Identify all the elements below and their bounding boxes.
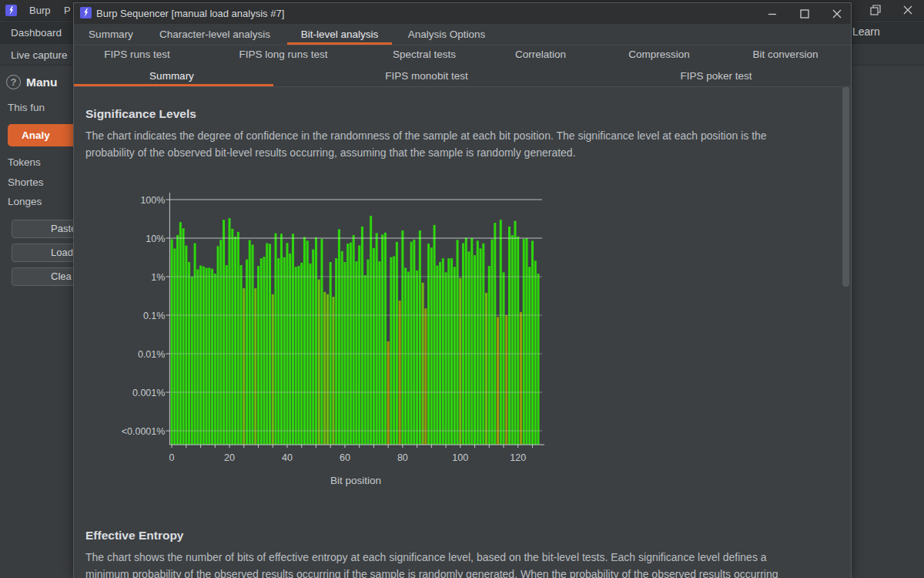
selected-tab-underline <box>287 42 392 45</box>
tokens-label: Tokens <box>8 156 41 168</box>
svg-text:Bit position: Bit position <box>330 475 381 486</box>
tab-fips-long-runs-test[interactable]: FIPS long runs test <box>239 49 328 60</box>
svg-text:10%: 10% <box>146 234 165 244</box>
svg-text:0.1%: 0.1% <box>143 311 166 321</box>
svg-text:100%: 100% <box>140 195 165 206</box>
tab-analysis-options[interactable]: Analysis Options <box>408 29 486 40</box>
tab-character-level-analysis[interactable]: Character-level analysis <box>159 29 270 40</box>
svg-text:<0.0001%: <0.0001% <box>122 426 166 437</box>
subtab-fips-monobit-test[interactable]: FIPS monobit test <box>385 70 467 82</box>
longest-label: Longes <box>8 196 42 207</box>
svg-text:1%: 1% <box>151 272 165 283</box>
menu-project[interactable]: P <box>64 5 71 16</box>
significance-levels-chart: 100%10%1%0.1%0.01%0.001%<0.0001%02040608… <box>74 87 851 503</box>
tab-bit-conversion[interactable]: Bit conversion <box>753 49 819 60</box>
selected-subtab-underline <box>74 84 273 86</box>
popup-scrollbar-thumb[interactable] <box>842 87 849 287</box>
sidebar-heading: Manu <box>26 76 57 89</box>
tab-dashboard[interactable]: Dashboard <box>11 27 62 39</box>
svg-text:60: 60 <box>340 452 350 463</box>
subtab-summary[interactable]: Summary <box>149 70 194 82</box>
subtab-fips-poker-test[interactable]: FIPS poker test <box>680 70 752 82</box>
shortest-label: Shortes <box>8 176 44 188</box>
svg-text:0.01%: 0.01% <box>138 349 165 360</box>
tab-spectral-tests[interactable]: Spectral tests <box>393 49 456 60</box>
sequencer-popup-window: Burp Sequencer [manual load analysis #7]… <box>73 2 852 578</box>
popup-title: Burp Sequencer [manual load analysis #7] <box>96 8 284 19</box>
sidebar-description: This fun <box>8 102 45 113</box>
tab-correlation[interactable]: Correlation <box>515 49 566 60</box>
burp-logo-icon <box>5 5 17 16</box>
effective-entropy-heading: Effective Entropy <box>85 529 183 543</box>
svg-text:120: 120 <box>510 452 526 463</box>
effective-entropy-description: The chart shows the number of bits of ef… <box>85 549 848 578</box>
main-restore-icon[interactable] <box>869 3 882 20</box>
svg-text:40: 40 <box>282 452 293 463</box>
popup-main-tabs: Summary Character-level analysis Bit-lev… <box>74 24 851 45</box>
popup-burp-logo-icon <box>80 7 92 18</box>
tab-summary[interactable]: Summary <box>89 29 133 40</box>
tab-bit-level-analysis[interactable]: Bit-level analysis <box>301 29 379 40</box>
main-close-icon[interactable] <box>901 3 915 20</box>
svg-text:0: 0 <box>169 452 175 463</box>
tab-learn[interactable]: Learn <box>852 25 880 38</box>
svg-text:20: 20 <box>224 452 235 463</box>
svg-text:80: 80 <box>397 452 408 463</box>
tab-fips-runs-test[interactable]: FIPS runs test <box>104 49 170 60</box>
svg-text:100: 100 <box>452 452 468 463</box>
popup-subtab-row1: FIPS runs test FIPS long runs test Spect… <box>74 45 851 66</box>
tab-live-capture[interactable]: Live capture <box>11 49 68 61</box>
tab-compression[interactable]: Compression <box>628 49 690 60</box>
svg-text:0.001%: 0.001% <box>132 388 165 398</box>
help-icon[interactable]: ? <box>6 75 21 89</box>
menu-burp[interactable]: Burp <box>29 5 50 16</box>
bit-level-summary-panel: Significance Levels The chart indicates … <box>74 87 851 578</box>
popup-titlebar[interactable]: Burp Sequencer [manual load analysis #7] <box>74 3 851 24</box>
popup-subtab-row2: Summary FIPS monobit test FIPS poker tes… <box>74 66 851 87</box>
